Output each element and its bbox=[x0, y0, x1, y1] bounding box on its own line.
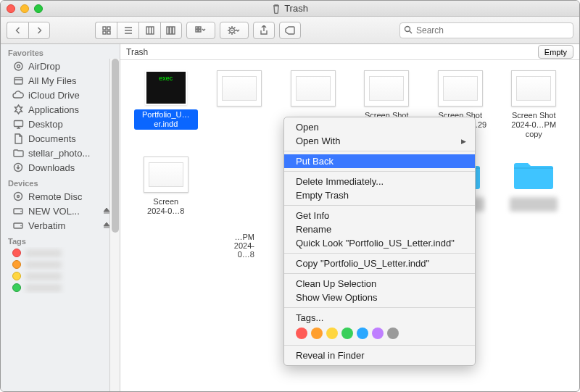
sidebar-item-allmyfiles[interactable]: All My Files bbox=[1, 73, 120, 88]
sidebar-item-label: All My Files bbox=[28, 75, 76, 86]
search-field[interactable] bbox=[399, 22, 573, 38]
applications-icon bbox=[12, 104, 24, 115]
file-item[interactable]: execPortfolio_U…er.indd bbox=[132, 70, 200, 154]
sidebar-item-downloads[interactable]: Downloads bbox=[1, 160, 120, 175]
back-button[interactable] bbox=[7, 22, 28, 39]
svg-point-21 bbox=[17, 196, 20, 198]
drive-icon bbox=[12, 205, 24, 217]
svg-rect-3 bbox=[107, 31, 110, 34]
path-bar: Trash Empty bbox=[120, 44, 579, 60]
tag-color[interactable] bbox=[372, 328, 384, 339]
tag-color[interactable] bbox=[387, 328, 399, 339]
svg-rect-9 bbox=[199, 27, 201, 29]
sidebar-item-label: Desktop bbox=[28, 119, 63, 130]
folder-icon bbox=[511, 157, 556, 193]
file-thumbnail bbox=[144, 157, 188, 193]
svg-rect-6 bbox=[170, 27, 172, 34]
empty-trash-button[interactable]: Empty bbox=[538, 45, 573, 59]
column-view-button[interactable] bbox=[138, 22, 160, 39]
disc-icon bbox=[12, 191, 24, 202]
sidebar-item-label: Applications bbox=[28, 104, 79, 115]
file-item[interactable] bbox=[500, 157, 568, 240]
list-view-button[interactable] bbox=[117, 22, 138, 39]
tag-color[interactable] bbox=[357, 328, 368, 339]
nav-buttons bbox=[7, 22, 50, 39]
file-label: Screen Shot2024-0…PM copy bbox=[502, 111, 566, 140]
svg-rect-10 bbox=[196, 30, 198, 32]
sidebar-item-label: NEW VOL... bbox=[28, 206, 80, 217]
svg-rect-11 bbox=[199, 30, 201, 32]
action-button[interactable] bbox=[220, 22, 249, 39]
gallery-view-button[interactable] bbox=[160, 22, 182, 39]
menu-empty-trash[interactable]: Empty Trash bbox=[284, 188, 475, 202]
sidebar-tag-item[interactable] bbox=[1, 259, 120, 270]
menu-open[interactable]: Open bbox=[284, 120, 475, 134]
sidebar-item-label: iCloud Drive bbox=[28, 90, 80, 101]
sidebar-item-documents[interactable]: Documents bbox=[1, 131, 120, 146]
tag-color[interactable] bbox=[311, 328, 323, 339]
search-input[interactable] bbox=[399, 22, 573, 38]
svg-rect-2 bbox=[103, 31, 106, 34]
sidebar-item-icloud[interactable]: iCloud Drive bbox=[1, 88, 120, 102]
icon-view-button[interactable] bbox=[95, 22, 117, 39]
file-item[interactable]: Screen2024-0…8 bbox=[132, 157, 200, 240]
svg-rect-4 bbox=[146, 27, 154, 34]
file-item[interactable]: …PM2024-0…8 bbox=[225, 233, 254, 259]
svg-point-16 bbox=[17, 64, 20, 67]
sidebar-tag-item[interactable] bbox=[1, 247, 120, 259]
tag-color[interactable] bbox=[296, 328, 307, 339]
svg-point-20 bbox=[14, 193, 22, 201]
location-label: Trash bbox=[126, 47, 148, 57]
sidebar-item-desktop[interactable]: Desktop bbox=[1, 117, 120, 131]
svg-rect-5 bbox=[167, 27, 169, 34]
sidebar: Favorites AirDrop All My Files iCloud Dr… bbox=[1, 44, 120, 392]
sidebar-tag-item[interactable] bbox=[1, 282, 120, 293]
menu-copy[interactable]: Copy "Portfolio_US_Letter.indd" bbox=[284, 257, 475, 270]
menu-clean-up[interactable]: Clean Up Selection bbox=[284, 277, 475, 291]
sidebar-item-label: Remote Disc bbox=[28, 191, 82, 202]
file-label: Portfolio_U…er.indd bbox=[134, 109, 198, 130]
sidebar-item-airdrop[interactable]: AirDrop bbox=[1, 59, 120, 73]
svg-point-14 bbox=[405, 26, 410, 31]
sidebar-item-newvol[interactable]: NEW VOL... bbox=[1, 204, 120, 218]
sidebar-heading-tags: Tags bbox=[1, 233, 120, 247]
sidebar-item-stellar[interactable]: stellar_photo... bbox=[1, 146, 120, 160]
share-button[interactable] bbox=[253, 22, 275, 39]
file-thumbnail bbox=[217, 70, 262, 107]
tag-color[interactable] bbox=[326, 328, 338, 339]
file-item[interactable]: Screen Shot2024-0…PM copy bbox=[500, 70, 568, 154]
sidebar-tag-item[interactable] bbox=[1, 270, 120, 282]
menu-reveal-in-finder[interactable]: Reveal in Finder bbox=[284, 349, 475, 362]
sidebar-item-label: AirDrop bbox=[28, 61, 60, 72]
toolbar bbox=[1, 17, 579, 44]
menu-tags[interactable]: Tags... bbox=[284, 311, 475, 325]
menu-quick-look[interactable]: Quick Look "Portfolio_US_Letter.indd" bbox=[284, 236, 475, 250]
file-thumbnail bbox=[438, 70, 483, 107]
tags-button[interactable] bbox=[279, 22, 301, 39]
sidebar-scrollbar[interactable] bbox=[109, 59, 120, 392]
menu-open-with[interactable]: Open With bbox=[284, 134, 475, 148]
file-label bbox=[502, 197, 566, 214]
file-thumbnail bbox=[511, 70, 556, 107]
sidebar-item-applications[interactable]: Applications bbox=[1, 102, 120, 117]
menu-get-info[interactable]: Get Info bbox=[284, 209, 475, 222]
svg-rect-17 bbox=[14, 78, 22, 84]
arrange-button[interactable] bbox=[186, 22, 215, 39]
desktop-icon bbox=[12, 118, 24, 130]
sidebar-item-label: stellar_photo... bbox=[28, 148, 90, 159]
sidebar-item-verbatim[interactable]: Verbatim bbox=[1, 218, 120, 233]
cloud-icon bbox=[12, 89, 24, 101]
menu-tags-colors[interactable] bbox=[284, 325, 475, 342]
forward-button[interactable] bbox=[28, 22, 50, 39]
menu-delete-immediately[interactable]: Delete Immediately... bbox=[284, 175, 475, 188]
sidebar-heading-favorites: Favorites bbox=[1, 44, 120, 59]
downloads-icon bbox=[12, 162, 24, 173]
file-item[interactable] bbox=[206, 70, 274, 154]
menu-rename[interactable]: Rename bbox=[284, 222, 475, 236]
sidebar-item-remotedisc[interactable]: Remote Disc bbox=[1, 189, 120, 204]
folder-icon bbox=[12, 147, 24, 159]
documents-icon bbox=[12, 133, 24, 144]
menu-put-back[interactable]: Put Back bbox=[284, 154, 475, 168]
tag-color[interactable] bbox=[341, 328, 353, 339]
menu-show-view-options[interactable]: Show View Options bbox=[284, 291, 475, 304]
